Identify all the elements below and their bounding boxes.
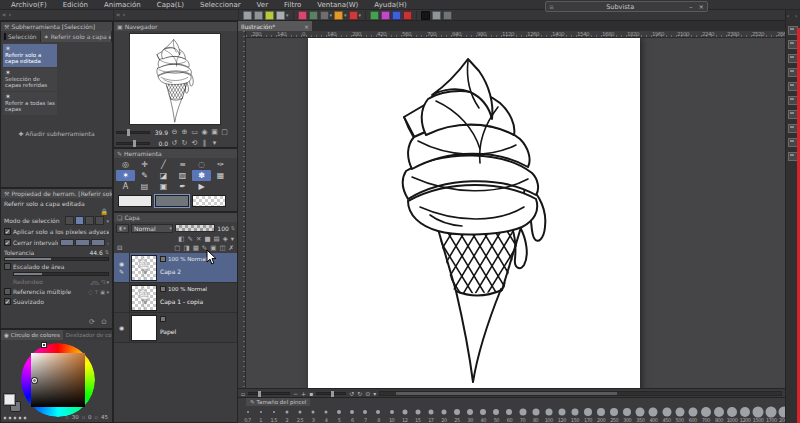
brush-size-30[interactable]: 30 [464,406,477,423]
brush-size-50[interactable]: 50 [490,406,503,423]
rounding-icons[interactable]: ◿ ◺ ◹ ▾ [90,279,109,285]
close-gap-level[interactable] [60,239,105,246]
mode-multiply-icon[interactable] [95,216,104,225]
brush-size-20[interactable]: 20 [437,406,450,423]
gear-orange-icon[interactable] [334,11,343,20]
adjacent-checkbox[interactable] [4,228,11,235]
brush-size-300[interactable]: 300 [621,406,634,423]
eye-icon[interactable]: ◉ [119,260,124,267]
left-dock-header[interactable]: « ‹ [0,10,113,21]
brush-size-5[interactable]: 5 [333,406,346,423]
brush-size-250[interactable]: 250 [608,406,621,423]
rotate-left-button[interactable]: ↺ [349,390,354,397]
brush-size-120[interactable]: 120 [555,406,568,423]
layer-row-capa-1-copia[interactable]: 100 % NormalCapa 1 - copia [114,283,237,313]
operation-tool[interactable]: ╱ [154,159,173,170]
layer-color-badge[interactable] [160,316,166,322]
layer-row-capa-2[interactable]: ◉✎100 % NormalCapa 2 [114,253,237,283]
square-blue-icon[interactable] [392,11,401,20]
menu-animacin[interactable]: Animación [97,1,148,9]
grid-red-icon[interactable] [349,11,358,20]
menu-filtro[interactable]: Filtro [277,1,308,9]
ruler-tool[interactable]: ✒ [173,181,192,192]
brush-size-2.5[interactable]: 2.5 [293,406,306,423]
layer-name[interactable]: Papel [160,328,235,335]
zoom-out-button[interactable]: − [293,390,298,397]
layer-name[interactable]: Capa 1 - copia [160,298,235,305]
blend-mode-select[interactable]: Normal▾ [131,224,173,233]
figure-tool[interactable]: ▦ [211,170,230,181]
chevron-down-icon[interactable]: ▾ [330,12,333,18]
pen-dim-icon[interactable] [443,11,452,20]
antialias-checkbox[interactable] [4,298,11,305]
history-dot[interactable] [13,416,17,420]
eye-icon[interactable]: ◉ [119,324,124,331]
move-tool[interactable]: ✛ [135,159,154,170]
brush-size-tab[interactable]: ✎Tamaño del pincel [246,398,310,406]
decoration-tool[interactable]: ✽ [192,170,211,181]
rotate-left-icon[interactable]: ↺ [170,139,179,147]
actual-size-icon[interactable]: ◉ [200,128,209,136]
pen-tool[interactable]: ✎ [135,170,154,181]
brush-size-0.7[interactable]: 0.7 [241,406,254,423]
zoom-out-icon[interactable]: ⊖ [170,128,179,136]
history-dot[interactable] [8,416,12,420]
layers-header[interactable]: ❏Capa [114,213,237,222]
menu-tool[interactable]: ≡ [173,159,192,170]
close-gap-checkbox[interactable] [4,239,11,246]
lock-row-icon-1[interactable]: ✎ [188,235,193,243]
lock-row-icon-5[interactable]: ◈ [223,235,228,243]
subvista-window[interactable]: ≡ Subvista – × [545,1,708,12]
mode-new-icon[interactable] [65,216,74,225]
sub-color-swatch[interactable] [155,195,189,207]
brush-size-6[interactable]: 6 [346,406,359,423]
brush-size-700[interactable]: 700 [699,406,712,423]
leaf-dim-icon[interactable] [309,11,318,20]
zoom-in-icon[interactable]: ⊕ [180,128,189,136]
tab-color-wheel[interactable]: ◉Círculo de colores [1,330,63,340]
layer-action-icon-6[interactable]: ✗ [229,244,234,252]
layer-thumbnail[interactable] [132,316,156,340]
foreground-color-swatch[interactable] [4,394,15,405]
brush-size-17[interactable]: 17 [424,406,437,423]
menu-ver[interactable]: Ver [250,1,275,9]
chevron-down-icon[interactable]: ▾ [359,12,362,18]
middle-dock-header[interactable]: « ‹ [113,10,238,21]
brush-size-170[interactable]: 170 [581,406,594,423]
lock-row-icon-0[interactable]: ◧ [178,235,184,243]
flower-red-icon[interactable] [298,11,307,20]
brush-size-100[interactable]: 100 [542,406,555,423]
toolbox-header[interactable]: ✎Herramienta [114,149,237,158]
mode-subtract-icon[interactable] [85,216,94,225]
brush-size-1.5[interactable]: 1.5 [267,406,280,423]
layer-thumbnail[interactable] [132,256,156,280]
brush-size-80[interactable]: 80 [529,406,542,423]
subtool-panel-header[interactable]: ⚒Subherramienta [Selección] [1,22,112,31]
canvas-viewport[interactable] [246,38,785,388]
balloon-tool[interactable]: ▤ [135,181,154,192]
collapse-icon[interactable]: ⊟ [117,244,122,252]
brush-size-4[interactable]: 4 [320,406,333,423]
stripes-red-icon[interactable] [403,11,412,20]
eraser-tool[interactable]: ◪ [154,170,173,181]
drag-handle-icon[interactable]: ≡ [546,3,554,10]
layer-thumbnail[interactable] [132,286,156,310]
brush-size-15[interactable]: 15 [411,406,424,423]
transparent-color-swatch[interactable] [192,195,226,207]
lock-row-icon-6[interactable]: ▾ [231,235,234,243]
full-screen-icon[interactable]: ▢ [220,128,229,136]
menu-ventanaw[interactable]: Ventana(W) [310,1,365,9]
history-dot[interactable] [23,416,27,420]
brush-size-10[interactable]: 10 [385,406,398,423]
subtool-item-2[interactable]: ✶Referir a todas las capas [3,92,57,115]
menu-capal[interactable]: Capa(L) [150,1,191,9]
doc-gray-icon[interactable] [432,11,441,20]
status-zoom-slider[interactable] [248,392,290,395]
brush-size-1200[interactable]: 1200 [739,406,752,423]
zoom-slider[interactable] [116,131,150,134]
document-tab[interactable]: Ilustración* × [238,21,312,31]
status-menu-icon[interactable]: ▾ [373,390,376,397]
magic-wand-tool[interactable]: ✶ [116,170,135,181]
rotate-menu-icon[interactable]: ▾ [210,139,219,147]
brush-size-450[interactable]: 450 [660,406,673,423]
